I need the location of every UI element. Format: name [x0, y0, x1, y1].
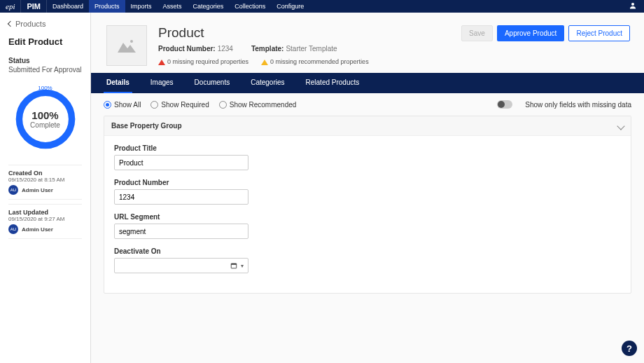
radio-show-required-label: Show Required: [161, 101, 209, 109]
svg-marker-3: [118, 43, 136, 53]
template-label: Template:: [251, 45, 284, 53]
approve-button[interactable]: Approve Product: [497, 25, 565, 41]
nav-products[interactable]: Products: [89, 0, 125, 13]
radio-show-recommended-label: Show Recommended: [230, 101, 297, 109]
field-url-input[interactable]: [114, 224, 248, 239]
user-icon[interactable]: [622, 1, 644, 11]
field-title-input[interactable]: [114, 155, 248, 170]
radio-show-all[interactable]: Show All: [104, 101, 141, 109]
created-block: Created On 09/15/2020 at 8:15 AM AU Admi…: [8, 165, 82, 200]
number-value: 1234: [218, 45, 233, 53]
field-title-label: Product Title: [114, 144, 621, 152]
field-number-input[interactable]: [114, 189, 248, 205]
avatar: AU: [8, 224, 18, 234]
main-area: Product Product Number:1234 Template:Sta…: [91, 13, 644, 363]
warn-required: 0 missing required properties: [167, 58, 248, 65]
field-deactivate-input[interactable]: ▾: [114, 258, 248, 273]
tab-details[interactable]: Details: [104, 73, 132, 93]
missing-only-label: Show only fields with missing data: [525, 101, 631, 109]
brand-epi: epi: [0, 2, 20, 11]
status-label: Status: [8, 57, 82, 64]
tab-documents[interactable]: Documents: [192, 73, 233, 93]
completion-ring: 100% 100% Complete: [8, 86, 82, 152]
filter-row: Show All Show Required Show Recommended …: [91, 93, 644, 116]
ring-complete-label: Complete: [30, 121, 60, 129]
reject-button[interactable]: Reject Product: [568, 25, 630, 41]
back-link[interactable]: Products: [8, 20, 82, 28]
svg-rect-6: [231, 263, 237, 265]
radio-show-required[interactable]: Show Required: [150, 101, 209, 109]
back-label: Products: [15, 20, 46, 28]
property-group: Base Property Group Product Title Produc…: [104, 116, 631, 294]
warning-icon: [261, 60, 268, 65]
created-user: Admin User: [22, 187, 53, 193]
group-title: Base Property Group: [111, 122, 182, 130]
sidebar: Products Edit Product Status Submitted F…: [0, 13, 91, 363]
tab-categories[interactable]: Categories: [248, 73, 287, 93]
nav-dashboard[interactable]: Dashboard: [47, 0, 89, 13]
error-icon: [158, 60, 165, 65]
radio-show-all-label: Show All: [114, 101, 141, 109]
svg-point-4: [130, 40, 133, 43]
field-url-label: URL Segment: [114, 213, 621, 221]
nav-imports[interactable]: Imports: [125, 0, 158, 13]
warn-recommended: 0 missing recommended properties: [270, 58, 369, 65]
nav-assets[interactable]: Assets: [158, 0, 188, 13]
nav-categories[interactable]: Categories: [188, 0, 230, 13]
updated-date: 09/15/2020 at 9:27 AM: [8, 216, 82, 222]
calendar-icon: [230, 262, 237, 269]
top-nav: epi PIM Dashboard Products Imports Asset…: [0, 0, 644, 13]
radio-show-recommended[interactable]: Show Recommended: [219, 101, 297, 109]
created-date: 09/15/2020 at 8:15 AM: [8, 177, 82, 183]
field-deactivate-label: Deactivate On: [114, 247, 621, 255]
svg-point-0: [631, 3, 634, 6]
save-button: Save: [461, 25, 493, 41]
brand-pim: PIM: [20, 0, 47, 13]
product-title: Product: [158, 25, 450, 41]
image-placeholder-icon: [106, 25, 147, 66]
help-button[interactable]: ?: [622, 341, 637, 356]
number-label: Product Number:: [158, 45, 216, 53]
tab-images[interactable]: Images: [148, 73, 176, 93]
content-tabs: Details Images Documents Categories Rela…: [91, 73, 644, 93]
missing-only-toggle[interactable]: [497, 100, 512, 109]
avatar: AU: [8, 185, 18, 195]
status-value: Submitted For Approval: [8, 66, 82, 74]
product-header: Product Product Number:1234 Template:Sta…: [91, 13, 644, 73]
updated-title: Last Updated: [8, 209, 82, 216]
tab-related[interactable]: Related Products: [303, 73, 363, 93]
field-number-label: Product Number: [114, 179, 621, 186]
updated-user: Admin User: [22, 226, 53, 233]
ring-percent: 100%: [31, 109, 58, 121]
created-title: Created On: [8, 170, 82, 177]
nav-configure[interactable]: Configure: [271, 0, 309, 13]
chevron-left-icon: [8, 21, 13, 27]
template-value: Starter Template: [286, 45, 337, 53]
page-title: Edit Product: [8, 36, 82, 47]
group-header[interactable]: Base Property Group: [104, 116, 631, 136]
caret-down-icon: ▾: [241, 263, 244, 269]
nav-collections[interactable]: Collections: [229, 0, 271, 13]
chevron-down-icon: [617, 122, 624, 130]
updated-block: Last Updated 09/15/2020 at 9:27 AM AU Ad…: [8, 204, 82, 239]
